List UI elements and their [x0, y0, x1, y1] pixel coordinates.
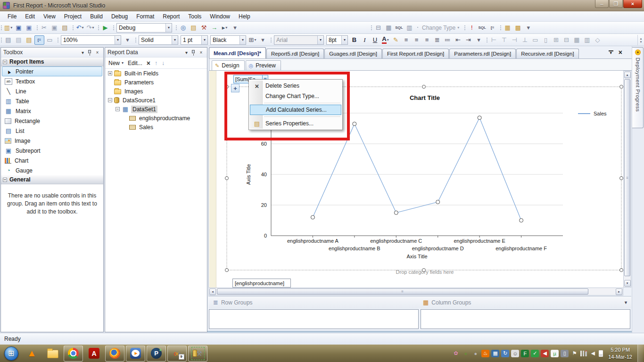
change-type-button[interactable]: Change Type [420, 25, 462, 31]
explorer-taskbar-item[interactable] [43, 346, 62, 362]
align-tops-icon[interactable]: ⊥ [520, 35, 530, 45]
menu-report[interactable]: Report [159, 12, 183, 21]
make-same-width-icon[interactable]: ⊞ [551, 35, 561, 45]
undo-icon[interactable]: ↶ [75, 23, 85, 33]
collapse-icon[interactable]: − [3, 178, 7, 182]
horizontal-spacing-icon[interactable]: ▥ [582, 35, 592, 45]
active-files-dropdown-icon[interactable]: ▼ [609, 50, 613, 55]
document-tab[interactable]: Guages.rdl [Design] [324, 49, 382, 58]
border-width-combo-arrow[interactable]: ▾ [201, 36, 207, 44]
vertical-scroll-thumb[interactable]: ≡ [624, 79, 630, 276]
toolbar-overflow-icon[interactable]: ▾ [123, 35, 132, 45]
toolbox-group-report-items[interactable]: − Report Items [1, 58, 103, 66]
chart-move-handle-icon[interactable]: + [231, 84, 239, 92]
menu-help[interactable]: Help [235, 12, 254, 21]
border-color-combo[interactable]: Black▾ [210, 35, 246, 45]
report-tool-taskbar-item[interactable] [188, 346, 207, 362]
sync-tray-icon[interactable]: ↻ [501, 350, 509, 357]
minimize-button[interactable]: – [595, 0, 609, 8]
battery-tray-icon[interactable] [599, 350, 603, 357]
close-panel-icon[interactable]: × [94, 50, 101, 55]
show-desktop-button[interactable] [637, 345, 643, 362]
execute-sql-icon[interactable]: SQL [477, 23, 487, 33]
save-all-icon[interactable]: ▣ [24, 23, 34, 33]
italic-icon[interactable]: I [360, 35, 370, 45]
font-name-combo-arrow[interactable]: ▾ [317, 36, 323, 44]
window-position-icon[interactable]: ▾ [79, 50, 86, 55]
make-same-height-icon[interactable]: ⊟ [561, 35, 571, 45]
border-color-combo-arrow[interactable]: ▾ [239, 36, 246, 44]
category-field-chip[interactable]: [englishproductname] [232, 279, 291, 288]
menu-tools[interactable]: Tools [184, 12, 205, 21]
report-doc2-icon[interactable]: ▤ [14, 35, 24, 45]
context-menu-item[interactable]: ×Delete Series [249, 81, 342, 91]
underline-icon[interactable]: U [370, 35, 380, 45]
verify-sql-icon[interactable]: ! [467, 23, 477, 33]
toolbox-item-line[interactable]: Line [2, 86, 102, 96]
expander-icon[interactable]: + [108, 71, 112, 75]
network-tray-icon[interactable] [580, 351, 587, 356]
properties-window-icon[interactable]: ▤ [189, 23, 198, 33]
tree-item-parameters[interactable]: Parameters [105, 78, 207, 87]
expander-icon[interactable]: − [116, 107, 120, 111]
toolbar-options-icon[interactable]: ▴▾ [637, 35, 644, 45]
utorrent-tray-icon[interactable]: µ [551, 350, 559, 357]
scroll-left-icon[interactable]: ◂ [209, 288, 216, 295]
align-center-icon[interactable]: ≡ [412, 35, 421, 45]
move-down-icon[interactable]: ↓ [162, 60, 165, 66]
toolbox-item-chart[interactable]: Chart [2, 156, 102, 165]
toolbox-item-matrix[interactable]: Matrix [2, 106, 102, 116]
bold-icon[interactable]: B [349, 35, 359, 45]
numbered-list-icon[interactable]: ≣ [432, 35, 442, 45]
align-lefts-icon[interactable]: ⊢ [489, 35, 499, 45]
tree-item-built-in-fields[interactable]: +Built-in Fields [105, 69, 207, 78]
close-document-icon[interactable]: × [619, 50, 622, 55]
collapse-icon[interactable]: − [3, 60, 7, 64]
acrobat-taskbar-item[interactable] [84, 346, 104, 362]
copy-icon[interactable]: ▣ [50, 23, 59, 33]
find-icon[interactable]: ◎ [178, 23, 188, 33]
usb-tray-icon[interactable]: ▯ [561, 350, 569, 357]
vlc-taskbar-item[interactable] [22, 346, 41, 362]
toolbox-group-general[interactable]: − General [1, 175, 103, 184]
close-button[interactable]: × [623, 0, 642, 8]
messenger-tray-icon[interactable]: ☺ [511, 350, 519, 357]
toolbox-item-subreport[interactable]: Subreport [2, 146, 102, 156]
grouping-options-icon[interactable]: ▼ [624, 300, 628, 305]
visual-studio-taskbar-item[interactable] [167, 346, 187, 362]
pidgin-tray-icon[interactable]: ✿ [452, 350, 460, 357]
bullet-list-icon[interactable]: ≔ [443, 35, 453, 45]
toolbox-item-textbox[interactable]: Textbox [2, 76, 102, 86]
align-right-icon[interactable]: ≡ [422, 35, 432, 45]
toolbox-item-rectangle[interactable]: Rectangle [2, 116, 102, 126]
command-window-icon[interactable]: ▸ [220, 23, 230, 33]
options-tools-icon[interactable]: ⚒ [199, 23, 209, 33]
diagram-pane-icon[interactable]: ⊟ [373, 23, 383, 33]
increase-indent-icon[interactable]: ⇥ [463, 35, 473, 45]
pin-icon[interactable] [192, 50, 195, 53]
align-centers-icon[interactable]: ⊤ [499, 35, 509, 45]
toolbar-overflow-icon[interactable]: ▾ [258, 35, 268, 45]
scroll-right-icon[interactable]: ▸ [616, 288, 622, 295]
fa-tray-icon[interactable]: F [521, 350, 529, 357]
tree-item-englishproductname[interactable]: englishproductname [105, 114, 207, 123]
border-style-combo[interactable]: Solid▾ [139, 35, 178, 45]
menu-edit[interactable]: Edit [21, 12, 39, 21]
toolbox-item-image[interactable]: Image [2, 136, 102, 146]
move-up-icon[interactable]: ↑ [155, 60, 157, 66]
powerproducer-taskbar-item[interactable] [147, 346, 166, 362]
font-color-icon[interactable]: A [380, 35, 390, 45]
redo-icon[interactable]: ↷ [85, 23, 95, 33]
context-menu-item[interactable]: Add Calculated Series... [250, 105, 341, 115]
menu-debug[interactable]: Debug [107, 12, 132, 21]
font-name-combo[interactable]: Arial▾ [274, 35, 324, 45]
close-panel-icon[interactable]: × [198, 50, 205, 55]
tree-item-datasource1[interactable]: −DataSource1 [105, 96, 207, 105]
context-menu-item[interactable]: Change Chart Type... [249, 91, 342, 101]
zoom-combo-arrow[interactable]: ▾ [115, 36, 121, 44]
align-middles-icon[interactable]: ▭ [530, 35, 540, 45]
align-bottoms-icon[interactable]: ▯ [541, 35, 551, 45]
paste-icon[interactable]: ▤ [60, 23, 70, 33]
results-pane-icon[interactable]: ▥ [405, 23, 414, 33]
chat-tray-icon[interactable]: ● [471, 350, 479, 357]
